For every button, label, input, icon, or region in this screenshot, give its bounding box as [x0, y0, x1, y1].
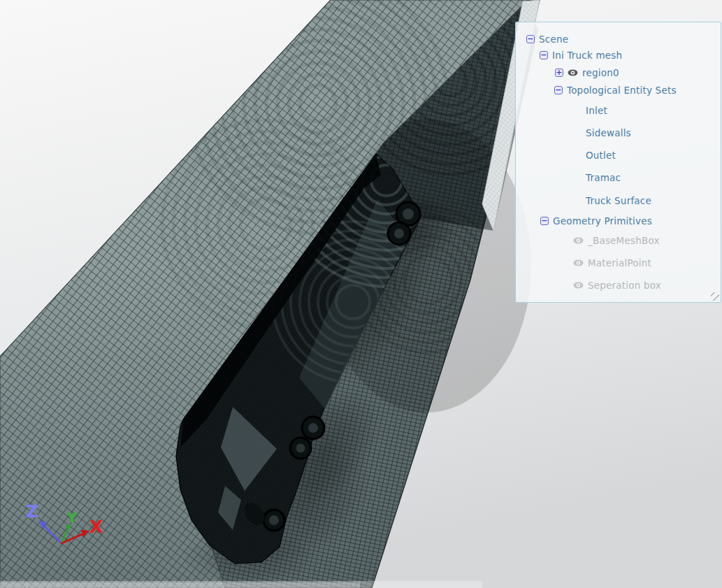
tree-item-label: Tramac — [586, 172, 621, 183]
visibility-eye-icon[interactable] — [568, 69, 578, 76]
collapse-icon[interactable]: − — [526, 35, 535, 43]
tree-item-label: Topological Entity Sets — [567, 85, 677, 96]
collapse-icon[interactable]: − — [540, 51, 548, 59]
y-axis-label: Y — [66, 509, 78, 526]
collapse-icon[interactable]: − — [554, 86, 563, 94]
tree-item-outlet[interactable]: Outlet — [586, 148, 616, 162]
tree-item-materialpoint[interactable]: MaterialPoint — [573, 256, 651, 270]
tree-item-topological-entity-sets[interactable]: − Topological Entity Sets — [554, 83, 677, 97]
tree-item-truck-surface[interactable]: Truck Surface — [586, 194, 651, 208]
tree-item-label: Sidewalls — [586, 127, 631, 138]
tree-item-basemeshbox[interactable]: _BaseMeshBox — [573, 234, 660, 248]
visibility-eye-icon[interactable] — [573, 237, 584, 244]
tree-item-sidewalls[interactable]: Sidewalls — [586, 126, 631, 140]
tree-item-label: Geometry Primitives — [553, 215, 652, 227]
visibility-eye-icon[interactable] — [573, 259, 584, 266]
tree-item-inlet[interactable]: Inlet — [586, 103, 607, 117]
tree-item-label: Ini Truck mesh — [552, 50, 622, 61]
panel-resize-handle[interactable] — [711, 292, 719, 301]
tree-item-label: region0 — [582, 67, 619, 78]
tree-item-region0[interactable]: + region0 — [555, 66, 619, 80]
visibility-eye-icon[interactable] — [573, 282, 584, 289]
tree-item-seperation-box[interactable]: Seperation box — [573, 278, 661, 292]
tree-item-label: Scene — [539, 34, 568, 45]
tree-item-label: MaterialPoint — [588, 257, 651, 268]
scene-tree-panel: − Scene − Ini Truck mesh + region0 − Top… — [515, 22, 721, 303]
tree-item-label: Inlet — [586, 105, 607, 116]
tree-item-label: Seperation box — [588, 280, 661, 291]
expand-icon[interactable]: + — [555, 69, 563, 77]
z-axis-label: Z — [26, 501, 38, 522]
tree-item-label: _BaseMeshBox — [588, 235, 660, 246]
tree-item-scene[interactable]: − Scene — [526, 32, 568, 46]
tree-item-label: Outlet — [586, 150, 616, 161]
tree-item-label: Truck Surface — [586, 195, 651, 206]
tree-item-geometry-primitives[interactable]: − Geometry Primitives — [540, 214, 652, 228]
tree-item-tramac[interactable]: Tramac — [586, 171, 621, 185]
x-axis-label: X — [89, 517, 103, 537]
collapse-icon[interactable]: − — [540, 217, 549, 225]
tree-item-ini-truck-mesh[interactable]: − Ini Truck mesh — [540, 48, 622, 62]
